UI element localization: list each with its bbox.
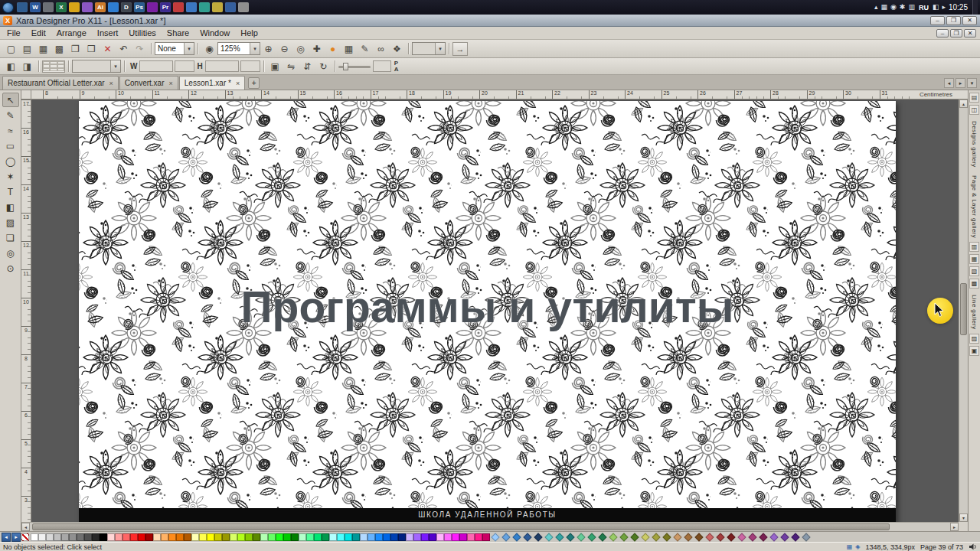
tool-button[interactable]: T xyxy=(2,184,19,199)
color-swatch[interactable] xyxy=(641,533,649,541)
taskbar-app-icon[interactable] xyxy=(186,2,197,12)
document-control-button[interactable]: ❐ xyxy=(950,29,962,37)
toolbar-icon[interactable]: ✎ xyxy=(357,41,373,56)
tray-icon[interactable]: ✱ xyxy=(900,4,906,11)
taskbar-app-icon[interactable]: D xyxy=(121,2,132,12)
color-swatch[interactable] xyxy=(69,533,77,541)
language-indicator[interactable]: RU xyxy=(919,4,929,11)
width-scale-field[interactable] xyxy=(175,60,194,72)
color-swatch[interactable] xyxy=(436,533,444,541)
color-swatch[interactable] xyxy=(314,533,322,541)
gallery-tab-label[interactable]: Designs gallery xyxy=(971,121,978,168)
tray-icon[interactable]: ▴ xyxy=(874,4,878,11)
color-swatch[interactable] xyxy=(791,533,799,541)
toolbar-icon[interactable]: ▢ xyxy=(3,41,19,56)
color-swatch[interactable] xyxy=(306,533,314,541)
scroll-left-arrow[interactable]: ◂ xyxy=(21,523,30,531)
toolbar-icon[interactable]: ● xyxy=(325,41,341,56)
gallery-icon[interactable]: ◫ xyxy=(969,105,979,115)
color-swatch[interactable] xyxy=(176,533,184,541)
color-swatch[interactable] xyxy=(459,533,467,541)
slider-thumb[interactable] xyxy=(343,63,348,70)
color-swatch[interactable] xyxy=(491,533,499,541)
taskbar-app-icon[interactable]: Ps xyxy=(134,2,145,12)
scroll-down-arrow[interactable]: ▾ xyxy=(959,514,968,522)
color-swatch[interactable] xyxy=(662,533,671,541)
document-control-button[interactable]: ✕ xyxy=(964,29,976,37)
toolbar-icon[interactable]: ✕ xyxy=(100,41,116,56)
color-swatch[interactable] xyxy=(475,533,482,541)
tab-scroll-button[interactable]: ◂ xyxy=(944,78,954,88)
color-swatch[interactable] xyxy=(191,533,199,541)
tool-button[interactable]: ✶ xyxy=(2,169,19,184)
color-swatch[interactable] xyxy=(694,533,703,541)
document-control-button[interactable]: – xyxy=(936,29,949,37)
color-swatch[interactable] xyxy=(769,533,778,541)
color-swatch[interactable] xyxy=(337,533,345,541)
color-swatch[interactable] xyxy=(482,533,490,541)
width-field[interactable] xyxy=(139,60,173,72)
tray-icon[interactable]: ▦ xyxy=(880,4,887,11)
color-swatch[interactable] xyxy=(230,533,237,541)
menu-item[interactable]: Share xyxy=(162,28,194,37)
color-swatch[interactable] xyxy=(759,533,767,541)
horizontal-ruler[interactable]: 8910111213141516171819202122232425262728… xyxy=(31,90,968,99)
color-swatch[interactable] xyxy=(780,533,789,541)
clock[interactable]: 10:25 xyxy=(949,3,968,11)
color-swatch[interactable] xyxy=(237,533,245,541)
color-swatch[interactable] xyxy=(566,533,574,541)
document-tab[interactable]: Restaurant Official Letter.xar × xyxy=(2,76,119,90)
color-swatch[interactable] xyxy=(84,533,92,541)
toolbar-icon[interactable]: ✚ xyxy=(309,41,325,56)
toolbar-icon[interactable]: ↶ xyxy=(116,41,132,56)
color-swatch[interactable] xyxy=(587,533,596,541)
gallery-icon[interactable]: ▣ xyxy=(969,346,979,356)
apply-button[interactable]: → xyxy=(452,42,468,56)
color-swatch[interactable] xyxy=(184,533,191,541)
color-swatch[interactable] xyxy=(46,533,54,541)
palette-control-button[interactable]: ◂ xyxy=(2,533,11,542)
toolbar-icon[interactable]: ▦ xyxy=(341,41,357,56)
show-desktop-button[interactable] xyxy=(972,0,978,15)
color-swatch[interactable] xyxy=(383,533,390,541)
color-swatch[interactable] xyxy=(534,533,542,541)
color-swatch[interactable] xyxy=(168,533,176,541)
color-swatch[interactable] xyxy=(375,533,383,541)
color-swatch[interactable] xyxy=(421,533,429,541)
infobar-icon[interactable]: ▣ xyxy=(267,59,283,73)
gallery-tab-label[interactable]: Line gallery xyxy=(971,295,978,330)
gallery-icon[interactable]: ▦ xyxy=(969,254,979,264)
chevron-down-icon[interactable]: ▾ xyxy=(250,43,260,54)
color-swatch[interactable] xyxy=(61,533,69,541)
color-swatch[interactable] xyxy=(413,533,421,541)
color-swatch[interactable] xyxy=(577,533,585,541)
color-swatch[interactable] xyxy=(291,533,299,541)
taskbar-app-icon[interactable] xyxy=(108,2,119,12)
color-swatch[interactable] xyxy=(345,533,352,541)
color-swatch[interactable] xyxy=(329,533,337,541)
height-field[interactable] xyxy=(205,60,239,72)
tab-close-icon[interactable]: × xyxy=(169,80,173,87)
infobar-icon[interactable]: ⇵ xyxy=(299,59,315,73)
vertical-ruler[interactable]: 17161514131211109876543 xyxy=(21,99,31,522)
tray-icon[interactable]: ◧ xyxy=(933,4,939,11)
menu-item[interactable]: Window xyxy=(194,28,235,37)
taskbar-app-icon[interactable] xyxy=(238,2,249,12)
tool-button[interactable]: ◧ xyxy=(2,200,19,214)
color-swatch[interactable] xyxy=(130,533,138,541)
color-swatch[interactable] xyxy=(452,533,459,541)
color-swatch[interactable] xyxy=(352,533,360,541)
color-swatch[interactable] xyxy=(54,533,61,541)
menu-item[interactable]: Edit xyxy=(26,28,51,37)
gallery-icon[interactable]: ▩ xyxy=(969,279,979,289)
tab-scroll-button[interactable]: ▸ xyxy=(956,78,965,88)
window-control-button[interactable]: ❐ xyxy=(946,16,961,25)
units-combo[interactable]: ▾ xyxy=(72,60,121,73)
toolbar-icon[interactable]: ▩ xyxy=(51,41,67,56)
color-swatch[interactable] xyxy=(299,533,306,541)
line-width-combo[interactable]: None ▾ xyxy=(155,42,194,55)
color-swatch[interactable] xyxy=(390,533,398,541)
color-swatch[interactable] xyxy=(107,533,115,541)
document-page[interactable]: Программы и утилиты ШКОЛА УДАЛЕННОЙ РАБО… xyxy=(79,101,896,522)
color-swatch[interactable] xyxy=(31,533,38,541)
